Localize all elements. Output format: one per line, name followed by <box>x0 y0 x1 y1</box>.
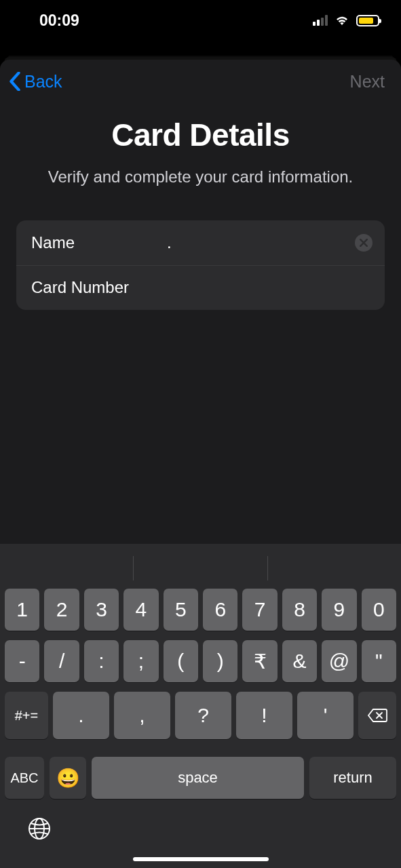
battery-icon <box>356 15 379 26</box>
key-comma[interactable]: , <box>114 692 170 739</box>
key-rupee[interactable]: ₹ <box>242 640 277 682</box>
back-button[interactable]: Back <box>8 72 62 92</box>
key-slash[interactable]: / <box>44 640 79 682</box>
page-subtitle: Verify and complete your card informatio… <box>20 165 381 189</box>
key-dash[interactable]: - <box>5 640 39 682</box>
suggestion-slot[interactable] <box>133 556 267 580</box>
key-amp[interactable]: & <box>282 640 317 682</box>
key-7[interactable]: 7 <box>242 589 277 631</box>
modal-sheet: Back Next Card Details Verify and comple… <box>0 60 401 868</box>
page-title: Card Details <box>20 117 381 153</box>
suggestion-slot[interactable] <box>0 556 133 580</box>
next-label: Next <box>350 72 385 91</box>
name-label: Name <box>31 233 167 252</box>
page-heading: Card Details Verify and complete your ca… <box>0 103 401 189</box>
key-space[interactable]: space <box>92 757 304 799</box>
key-0[interactable]: 0 <box>362 589 396 631</box>
key-3[interactable]: 3 <box>84 589 119 631</box>
key-at[interactable]: @ <box>322 640 356 682</box>
name-input[interactable]: . <box>167 233 355 252</box>
key-abc[interactable]: ABC <box>5 757 44 799</box>
wifi-icon <box>335 15 349 26</box>
clear-name-button[interactable] <box>355 234 373 252</box>
key-9[interactable]: 9 <box>322 589 356 631</box>
status-bar: 00:09 <box>0 0 401 41</box>
status-time: 00:09 <box>39 12 79 30</box>
key-6[interactable]: 6 <box>203 589 237 631</box>
key-return[interactable]: return <box>309 757 396 799</box>
key-rparen[interactable]: ) <box>203 640 237 682</box>
key-colon[interactable]: : <box>84 640 119 682</box>
keyboard-row-bottom: ABC 😀 space return <box>0 757 401 807</box>
key-question[interactable]: ? <box>175 692 231 739</box>
suggestion-slot[interactable] <box>267 556 401 580</box>
emoji-icon: 😀 <box>56 767 80 789</box>
key-4[interactable]: 4 <box>123 589 158 631</box>
nav-bar: Back Next <box>0 60 401 103</box>
key-1[interactable]: 1 <box>5 589 39 631</box>
card-number-label: Card Number <box>31 278 167 297</box>
backspace-icon <box>367 708 387 723</box>
next-button[interactable]: Next <box>350 72 385 92</box>
status-indicators <box>313 15 379 26</box>
keyboard: 1 2 3 4 5 6 7 8 9 0 - / : ; ( ) ₹ & @ <box>0 544 401 868</box>
card-form: Name . Card Number <box>16 220 385 310</box>
keyboard-suggestion-bar <box>0 551 401 589</box>
key-exclaim[interactable]: ! <box>236 692 292 739</box>
keyboard-row-2: - / : ; ( ) ₹ & @ " <box>5 640 396 682</box>
globe-icon[interactable] <box>27 816 52 841</box>
cellular-signal-icon <box>313 15 328 26</box>
key-symbols[interactable]: #+= <box>5 692 48 739</box>
key-8[interactable]: 8 <box>282 589 317 631</box>
home-indicator[interactable] <box>133 857 269 861</box>
key-5[interactable]: 5 <box>164 589 198 631</box>
key-quote[interactable]: " <box>362 640 396 682</box>
key-backspace[interactable] <box>358 692 396 739</box>
name-row[interactable]: Name . <box>16 220 385 265</box>
card-number-row[interactable]: Card Number <box>16 265 385 310</box>
keyboard-row-3: #+= . , ? ! ' <box>5 692 396 739</box>
keyboard-row-1: 1 2 3 4 5 6 7 8 9 0 <box>5 589 396 631</box>
key-semicolon[interactable]: ; <box>123 640 158 682</box>
key-lparen[interactable]: ( <box>164 640 198 682</box>
key-emoji[interactable]: 😀 <box>50 757 86 799</box>
key-2[interactable]: 2 <box>44 589 79 631</box>
close-icon <box>360 239 368 247</box>
key-apostrophe[interactable]: ' <box>297 692 354 739</box>
chevron-left-icon <box>8 72 22 91</box>
back-label: Back <box>24 72 62 92</box>
key-period[interactable]: . <box>53 692 109 739</box>
